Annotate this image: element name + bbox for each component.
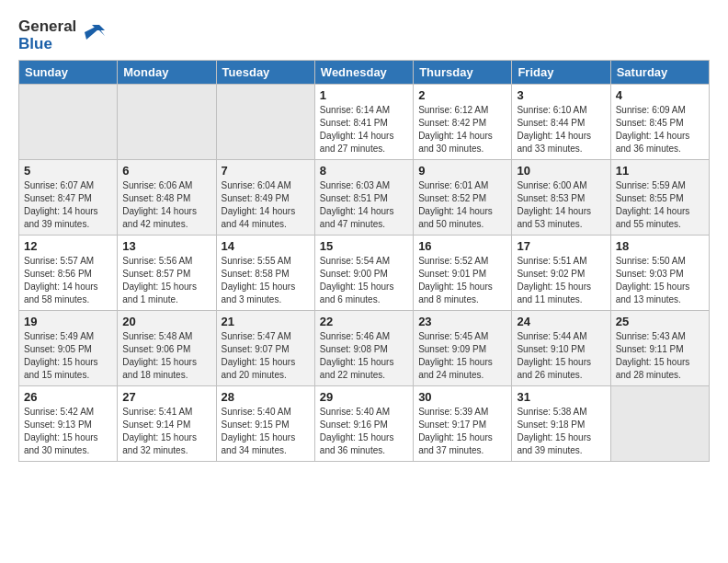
day-number: 23 bbox=[418, 315, 506, 328]
calendar-cell: 28Sunrise: 5:40 AM Sunset: 9:15 PM Dayli… bbox=[216, 386, 314, 462]
calendar-cell: 26Sunrise: 5:42 AM Sunset: 9:13 PM Dayli… bbox=[19, 386, 118, 462]
day-number: 4 bbox=[616, 88, 704, 102]
day-number: 27 bbox=[122, 390, 210, 404]
day-number: 24 bbox=[517, 315, 605, 328]
calendar-week-2: 5Sunrise: 6:07 AM Sunset: 8:47 PM Daylig… bbox=[19, 160, 710, 236]
weekday-header-thursday: Thursday bbox=[414, 61, 512, 85]
day-info: Sunrise: 5:59 AM Sunset: 8:55 PM Dayligh… bbox=[616, 179, 704, 231]
day-info: Sunrise: 6:09 AM Sunset: 8:45 PM Dayligh… bbox=[616, 104, 704, 155]
calendar-cell: 16Sunrise: 5:52 AM Sunset: 9:01 PM Dayli… bbox=[414, 236, 512, 311]
day-number: 21 bbox=[222, 315, 310, 328]
calendar-cell: 21Sunrise: 5:47 AM Sunset: 9:07 PM Dayli… bbox=[216, 311, 314, 386]
calendar-cell: 22Sunrise: 5:46 AM Sunset: 9:08 PM Dayli… bbox=[314, 311, 413, 386]
day-number: 10 bbox=[517, 164, 605, 178]
calendar-cell: 5Sunrise: 6:07 AM Sunset: 8:47 PM Daylig… bbox=[19, 160, 118, 236]
day-info: Sunrise: 5:42 AM Sunset: 9:13 PM Dayligh… bbox=[24, 406, 112, 457]
day-number: 14 bbox=[222, 239, 310, 253]
calendar-cell bbox=[19, 85, 118, 160]
calendar-cell: 20Sunrise: 5:48 AM Sunset: 9:06 PM Dayli… bbox=[118, 311, 216, 386]
day-info: Sunrise: 6:14 AM Sunset: 8:41 PM Dayligh… bbox=[320, 104, 408, 155]
day-info: Sunrise: 5:40 AM Sunset: 9:15 PM Dayligh… bbox=[222, 406, 310, 457]
day-number: 31 bbox=[517, 390, 605, 404]
calendar-cell bbox=[216, 85, 314, 160]
day-number: 16 bbox=[418, 239, 506, 253]
calendar-cell: 4Sunrise: 6:09 AM Sunset: 8:45 PM Daylig… bbox=[610, 85, 709, 160]
day-info: Sunrise: 6:10 AM Sunset: 8:44 PM Dayligh… bbox=[517, 104, 605, 155]
calendar-cell: 14Sunrise: 5:55 AM Sunset: 8:58 PM Dayli… bbox=[216, 236, 314, 311]
calendar-cell: 8Sunrise: 6:03 AM Sunset: 8:51 PM Daylig… bbox=[314, 160, 413, 236]
calendar-cell: 30Sunrise: 5:39 AM Sunset: 9:17 PM Dayli… bbox=[414, 386, 512, 462]
calendar-cell: 25Sunrise: 5:43 AM Sunset: 9:11 PM Dayli… bbox=[610, 311, 709, 386]
day-number: 19 bbox=[24, 315, 112, 328]
day-number: 9 bbox=[418, 164, 506, 178]
weekday-header-friday: Friday bbox=[512, 61, 610, 85]
day-info: Sunrise: 6:06 AM Sunset: 8:48 PM Dayligh… bbox=[122, 179, 210, 231]
day-info: Sunrise: 5:44 AM Sunset: 9:10 PM Dayligh… bbox=[517, 330, 605, 382]
day-info: Sunrise: 5:43 AM Sunset: 9:11 PM Dayligh… bbox=[616, 330, 704, 382]
weekday-header-monday: Monday bbox=[118, 61, 216, 85]
day-number: 30 bbox=[418, 390, 506, 404]
day-number: 29 bbox=[320, 390, 408, 404]
day-info: Sunrise: 6:03 AM Sunset: 8:51 PM Dayligh… bbox=[320, 179, 408, 231]
day-info: Sunrise: 6:07 AM Sunset: 8:47 PM Dayligh… bbox=[24, 179, 112, 231]
day-info: Sunrise: 6:01 AM Sunset: 8:52 PM Dayligh… bbox=[418, 179, 506, 231]
day-info: Sunrise: 5:46 AM Sunset: 9:08 PM Dayligh… bbox=[320, 330, 408, 382]
calendar-table: SundayMondayTuesdayWednesdayThursdayFrid… bbox=[18, 60, 710, 462]
logo: General Blue bbox=[18, 18, 107, 52]
page-container: General Blue SundayMondayTuesdayWednesda… bbox=[0, 0, 728, 471]
day-number: 28 bbox=[222, 390, 310, 404]
day-number: 3 bbox=[517, 88, 605, 102]
calendar-cell: 18Sunrise: 5:50 AM Sunset: 9:03 PM Dayli… bbox=[610, 236, 709, 311]
logo-icon bbox=[79, 19, 107, 47]
day-number: 17 bbox=[517, 239, 605, 253]
day-info: Sunrise: 5:55 AM Sunset: 8:58 PM Dayligh… bbox=[222, 255, 310, 306]
weekday-header-row: SundayMondayTuesdayWednesdayThursdayFrid… bbox=[19, 61, 710, 85]
calendar-week-5: 26Sunrise: 5:42 AM Sunset: 9:13 PM Dayli… bbox=[19, 386, 710, 462]
day-info: Sunrise: 5:56 AM Sunset: 8:57 PM Dayligh… bbox=[122, 255, 210, 306]
weekday-header-tuesday: Tuesday bbox=[216, 61, 314, 85]
calendar-week-3: 12Sunrise: 5:57 AM Sunset: 8:56 PM Dayli… bbox=[19, 236, 710, 311]
calendar-cell: 17Sunrise: 5:51 AM Sunset: 9:02 PM Dayli… bbox=[512, 236, 610, 311]
day-info: Sunrise: 5:52 AM Sunset: 9:01 PM Dayligh… bbox=[418, 255, 506, 306]
day-info: Sunrise: 5:49 AM Sunset: 9:05 PM Dayligh… bbox=[24, 330, 112, 382]
calendar-cell: 7Sunrise: 6:04 AM Sunset: 8:49 PM Daylig… bbox=[216, 160, 314, 236]
weekday-header-sunday: Sunday bbox=[19, 61, 118, 85]
day-number: 1 bbox=[320, 88, 408, 102]
logo-general: General bbox=[18, 17, 76, 35]
day-info: Sunrise: 5:38 AM Sunset: 9:18 PM Dayligh… bbox=[517, 406, 605, 457]
calendar-cell: 29Sunrise: 5:40 AM Sunset: 9:16 PM Dayli… bbox=[314, 386, 413, 462]
day-number: 6 bbox=[122, 164, 210, 178]
day-info: Sunrise: 5:47 AM Sunset: 9:07 PM Dayligh… bbox=[222, 330, 310, 382]
header-row: General Blue bbox=[18, 18, 710, 52]
calendar-cell: 6Sunrise: 6:06 AM Sunset: 8:48 PM Daylig… bbox=[118, 160, 216, 236]
day-number: 25 bbox=[616, 315, 704, 328]
day-number: 26 bbox=[24, 390, 112, 404]
day-info: Sunrise: 6:12 AM Sunset: 8:42 PM Dayligh… bbox=[418, 104, 506, 155]
day-info: Sunrise: 5:40 AM Sunset: 9:16 PM Dayligh… bbox=[320, 406, 408, 457]
calendar-cell: 15Sunrise: 5:54 AM Sunset: 9:00 PM Dayli… bbox=[314, 236, 413, 311]
day-info: Sunrise: 6:04 AM Sunset: 8:49 PM Dayligh… bbox=[222, 179, 310, 231]
calendar-cell: 24Sunrise: 5:44 AM Sunset: 9:10 PM Dayli… bbox=[512, 311, 610, 386]
day-number: 18 bbox=[616, 239, 704, 253]
weekday-header-saturday: Saturday bbox=[610, 61, 709, 85]
weekday-header-wednesday: Wednesday bbox=[314, 61, 413, 85]
day-number: 12 bbox=[24, 239, 112, 253]
day-number: 11 bbox=[616, 164, 704, 178]
day-number: 20 bbox=[122, 315, 210, 328]
calendar-cell: 10Sunrise: 6:00 AM Sunset: 8:53 PM Dayli… bbox=[512, 160, 610, 236]
calendar-cell bbox=[118, 85, 216, 160]
day-info: Sunrise: 5:48 AM Sunset: 9:06 PM Dayligh… bbox=[122, 330, 210, 382]
day-info: Sunrise: 5:51 AM Sunset: 9:02 PM Dayligh… bbox=[517, 255, 605, 306]
calendar-week-1: 1Sunrise: 6:14 AM Sunset: 8:41 PM Daylig… bbox=[19, 85, 710, 160]
calendar-cell: 11Sunrise: 5:59 AM Sunset: 8:55 PM Dayli… bbox=[610, 160, 709, 236]
calendar-cell: 12Sunrise: 5:57 AM Sunset: 8:56 PM Dayli… bbox=[19, 236, 118, 311]
day-number: 5 bbox=[24, 164, 112, 178]
calendar-cell: 27Sunrise: 5:41 AM Sunset: 9:14 PM Dayli… bbox=[118, 386, 216, 462]
calendar-cell: 9Sunrise: 6:01 AM Sunset: 8:52 PM Daylig… bbox=[414, 160, 512, 236]
day-info: Sunrise: 5:50 AM Sunset: 9:03 PM Dayligh… bbox=[616, 255, 704, 306]
day-info: Sunrise: 5:57 AM Sunset: 8:56 PM Dayligh… bbox=[24, 255, 112, 306]
calendar-week-4: 19Sunrise: 5:49 AM Sunset: 9:05 PM Dayli… bbox=[19, 311, 710, 386]
calendar-cell: 31Sunrise: 5:38 AM Sunset: 9:18 PM Dayli… bbox=[512, 386, 610, 462]
day-info: Sunrise: 5:41 AM Sunset: 9:14 PM Dayligh… bbox=[122, 406, 210, 457]
day-info: Sunrise: 5:54 AM Sunset: 9:00 PM Dayligh… bbox=[320, 255, 408, 306]
